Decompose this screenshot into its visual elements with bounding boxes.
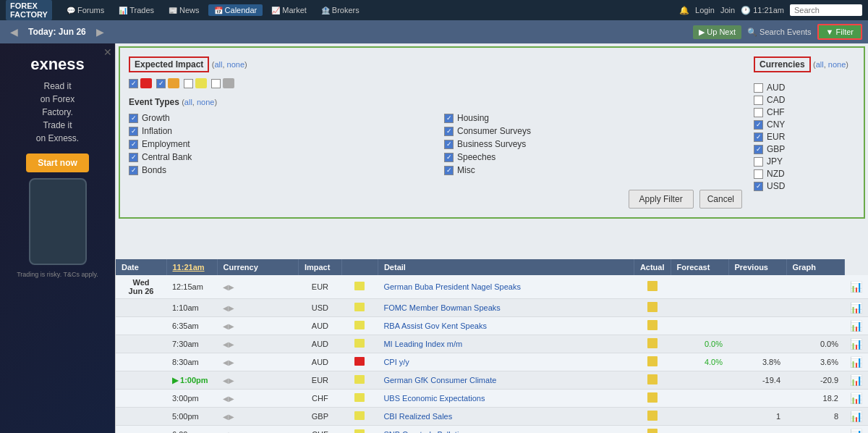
graph-icon[interactable]: 📊	[850, 429, 862, 433]
sound-icon[interactable]: ◀▶	[223, 413, 234, 421]
graph-icon[interactable]: 📊	[850, 320, 862, 332]
cell-event[interactable]: CBI Realized Sales	[378, 408, 634, 426]
detail-icon[interactable]	[647, 356, 658, 366]
event-type-checkbox-housing[interactable]	[444, 114, 454, 123]
graph-icon[interactable]: 📊	[850, 281, 862, 293]
graph-icon[interactable]: 📊	[850, 356, 862, 368]
notification-bell[interactable]: 🔔	[679, 6, 689, 15]
detail-icon[interactable]	[647, 302, 658, 312]
cell-sound[interactable]: ◀▶	[217, 317, 298, 335]
currency-checkbox-nzd[interactable]	[754, 169, 763, 179]
up-next-button[interactable]: ▶ Up Next	[693, 25, 741, 39]
nav-news[interactable]: 📰 News	[163, 4, 205, 16]
currency-checkbox-cad[interactable]	[754, 96, 763, 105]
impact-checkbox-red[interactable]	[129, 79, 138, 88]
sound-icon[interactable]: ◀▶	[223, 395, 234, 403]
col-time[interactable]: 11:21am	[166, 259, 217, 275]
cell-detail[interactable]	[634, 390, 671, 408]
detail-icon[interactable]	[647, 429, 658, 433]
detail-icon[interactable]	[647, 320, 658, 330]
cell-sound[interactable]: ◀▶	[217, 426, 298, 434]
join-link[interactable]: Join	[720, 6, 735, 14]
impact-checkbox-orange[interactable]	[156, 79, 166, 88]
cell-event[interactable]: SNB Quarterly Bulletin	[378, 426, 634, 434]
cell-sound[interactable]: ◀▶	[217, 275, 298, 299]
currency-checkbox-usd[interactable]	[754, 182, 763, 191]
impact-checkbox-gray[interactable]	[211, 79, 221, 88]
cell-graph[interactable]: 📊	[844, 408, 868, 426]
cell-detail[interactable]	[634, 371, 671, 390]
event-type-checkbox-employment[interactable]	[129, 140, 138, 149]
cell-graph[interactable]: 📊	[844, 426, 868, 434]
currency-checkbox-cny[interactable]	[754, 120, 763, 130]
cell-event[interactable]: CPI y/y	[378, 353, 634, 371]
event-type-checkbox-misc[interactable]	[444, 166, 454, 175]
detail-icon[interactable]	[647, 392, 658, 403]
event-type-checkbox-speeches[interactable]	[444, 153, 454, 162]
sound-icon[interactable]: ◀▶	[223, 322, 234, 330]
cell-sound[interactable]: ◀▶	[217, 335, 298, 353]
cell-graph[interactable]: 📊	[844, 371, 868, 390]
cell-sound[interactable]: ◀▶	[217, 299, 298, 317]
cancel-filter-button[interactable]: Cancel	[699, 190, 742, 209]
search-input[interactable]	[790, 4, 862, 16]
detail-icon[interactable]	[647, 281, 658, 291]
event-type-checkbox-inflation[interactable]	[129, 127, 138, 136]
nav-forums[interactable]: 💬 Forums	[61, 4, 110, 16]
currency-checkbox-aud[interactable]	[754, 83, 763, 93]
event-type-checkbox-growth[interactable]	[129, 114, 138, 123]
cell-detail[interactable]	[634, 353, 671, 371]
cell-graph[interactable]: 📊	[844, 335, 868, 353]
sound-icon[interactable]: ◀▶	[223, 377, 234, 384]
graph-icon[interactable]: 📊	[850, 392, 862, 404]
graph-icon[interactable]: 📊	[850, 338, 862, 350]
cell-sound[interactable]: ◀▶	[217, 353, 298, 371]
impact-checkbox-yellow[interactable]	[184, 79, 193, 88]
prev-arrow[interactable]: ◀	[6, 26, 22, 38]
event-type-checkbox-central-bank[interactable]	[129, 153, 138, 162]
cell-detail[interactable]	[634, 299, 671, 317]
sound-icon[interactable]: ◀▶	[223, 340, 234, 348]
cell-graph[interactable]: 📊	[844, 390, 868, 408]
cell-event[interactable]: German Buba President Nagel Speaks	[378, 275, 634, 299]
logo[interactable]: FOREX FACTORY	[6, 0, 52, 20]
cell-graph[interactable]: 📊	[844, 353, 868, 371]
cell-detail[interactable]	[634, 275, 671, 299]
filter-button[interactable]: ▼ Filter	[817, 24, 862, 40]
detail-icon[interactable]	[647, 338, 658, 348]
nav-calendar[interactable]: 📅 Calendar	[208, 4, 263, 16]
next-arrow[interactable]: ▶	[92, 26, 109, 38]
nav-brokers[interactable]: 🏦 Brokers	[315, 4, 365, 16]
cell-sound[interactable]: ◀▶	[217, 390, 298, 408]
cell-sound[interactable]: ◀▶	[217, 371, 298, 390]
cell-graph[interactable]: 📊	[844, 299, 868, 317]
cell-event[interactable]: FOMC Member Bowman Speaks	[378, 299, 634, 317]
currencies-none-link[interactable]: none	[828, 60, 846, 69]
event-type-none-link[interactable]: none	[197, 98, 214, 106]
currency-checkbox-eur[interactable]	[754, 133, 763, 142]
cell-detail[interactable]	[634, 335, 671, 353]
event-type-checkbox-business-surveys[interactable]	[444, 140, 454, 149]
currency-checkbox-chf[interactable]	[754, 108, 763, 117]
cell-detail[interactable]	[634, 317, 671, 335]
graph-icon[interactable]: 📊	[850, 374, 862, 386]
graph-icon[interactable]: 📊	[850, 411, 862, 422]
impact-none-link[interactable]: none	[227, 60, 244, 69]
cell-event[interactable]: UBS Economic Expectations	[378, 390, 634, 408]
sound-icon[interactable]: ◀▶	[223, 283, 234, 291]
cell-detail[interactable]	[634, 426, 671, 434]
cell-graph[interactable]: 📊	[844, 317, 868, 335]
cell-graph[interactable]: 📊	[844, 275, 868, 299]
login-link[interactable]: Login	[695, 6, 715, 14]
event-type-checkbox-bonds[interactable]	[129, 166, 138, 175]
apply-filter-button[interactable]: Apply Filter	[629, 190, 694, 209]
cell-event[interactable]: MI Leading Index m/m	[378, 335, 634, 353]
sound-icon[interactable]: ◀▶	[223, 304, 234, 312]
event-type-all-link[interactable]: all	[184, 98, 192, 106]
ad-cta-button[interactable]: Start now	[26, 154, 89, 172]
graph-icon[interactable]: 📊	[850, 302, 862, 314]
currency-checkbox-gbp[interactable]	[754, 145, 763, 154]
currencies-all-link[interactable]: all	[816, 60, 824, 69]
search-events-button[interactable]: 🔍 Search Events	[747, 28, 812, 37]
cell-detail[interactable]	[634, 408, 671, 426]
